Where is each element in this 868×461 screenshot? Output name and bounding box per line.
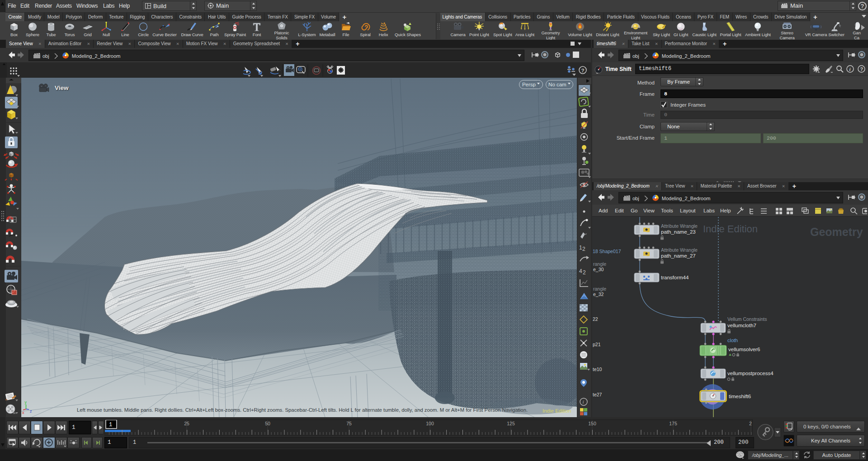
svg-text:rangle: rangle (593, 261, 606, 267)
svg-text:Indie Edition: Indie Edition (703, 223, 758, 235)
svg-text:rangle: rangle (593, 286, 606, 292)
svg-text:p21: p21 (593, 342, 601, 347)
svg-text:Attribute Wrangle: Attribute Wrangle (661, 223, 698, 229)
svg-text:75: 75 (346, 421, 352, 426)
svg-text:path_name_27: path_name_27 (661, 253, 696, 259)
svg-text:Left mouse tumbles. Middle pan: Left mouse tumbles. Middle pans. Right d… (77, 407, 528, 413)
svg-text:1: 1 (109, 422, 112, 428)
svg-text:timeshift6: timeshift6 (729, 394, 751, 399)
svg-text:te27: te27 (593, 392, 602, 397)
svg-text:e_32: e_32 (593, 292, 604, 297)
svg-text:i: i (849, 66, 851, 72)
svg-text:175: 175 (669, 421, 677, 426)
svg-text:2: 2 (582, 246, 585, 252)
svg-text:?: ? (581, 68, 584, 73)
svg-text:100: 100 (426, 421, 434, 426)
svg-text:1: 1 (579, 245, 582, 251)
svg-text:50: 50 (265, 421, 270, 426)
svg-text:Indie Edition: Indie Edition (542, 408, 571, 414)
svg-text:22: 22 (593, 316, 598, 322)
svg-text:18 Shape017: 18 Shape017 (593, 249, 621, 254)
svg-text:Vellum Constraints: Vellum Constraints (727, 316, 767, 322)
svg-text:150: 150 (588, 421, 596, 426)
svg-text:x: x (22, 410, 24, 415)
svg-text:cloth: cloth (727, 338, 738, 343)
svg-text:i: i (583, 399, 584, 405)
svg-text:y: y (25, 400, 27, 405)
svg-text:path_name_23: path_name_23 (661, 229, 696, 235)
svg-text:z: z (30, 409, 32, 414)
svg-text:vellumcloth7: vellumcloth7 (727, 323, 756, 328)
svg-text:te10: te10 (593, 367, 602, 372)
svg-text:vellumsolver6: vellumsolver6 (728, 347, 760, 352)
svg-text:4: 4 (579, 268, 582, 274)
svg-text:2: 2 (749, 421, 752, 426)
svg-text:Geometry: Geometry (810, 226, 863, 238)
svg-text:Attribute Wrangle: Attribute Wrangle (661, 247, 698, 253)
svg-text:e_30: e_30 (593, 267, 604, 272)
svg-text:2: 2 (583, 269, 586, 276)
svg-text:125: 125 (507, 421, 515, 426)
svg-text:?: ? (860, 66, 863, 72)
svg-text:25: 25 (184, 421, 189, 426)
svg-text:vellumpostprocess4: vellumpostprocess4 (727, 371, 774, 376)
svg-text:transform44: transform44 (661, 275, 689, 280)
